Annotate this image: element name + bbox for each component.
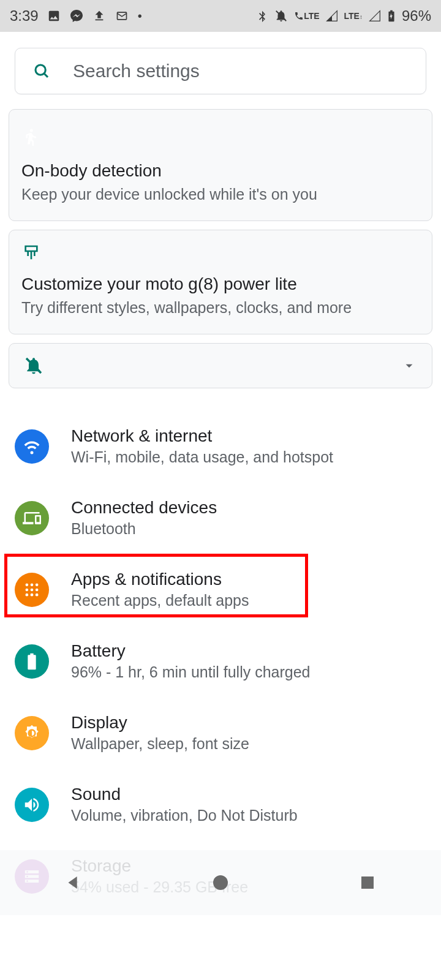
item-connected-devices[interactable]: Connected devices Bluetooth xyxy=(0,482,441,554)
nav-recents-button[interactable] xyxy=(355,870,380,895)
chevron-down-icon xyxy=(401,358,417,374)
volume-icon xyxy=(15,788,49,822)
item-subtitle: Wi-Fi, mobile, data usage, and hotspot xyxy=(71,448,333,466)
dot-icon: • xyxy=(138,9,142,23)
item-title: Connected devices xyxy=(71,498,217,518)
devices-icon xyxy=(15,501,49,535)
card-subtitle: Try different styles, wallpapers, clocks… xyxy=(21,299,420,317)
svg-point-14 xyxy=(36,593,39,596)
bluetooth-icon xyxy=(256,9,268,23)
svg-point-2 xyxy=(36,65,45,75)
svg-point-7 xyxy=(31,583,34,586)
signal1-icon xyxy=(326,10,338,22)
card-title: On-body detection xyxy=(21,161,420,181)
card-subtitle: Keep your device unlocked while it's on … xyxy=(21,186,420,203)
svg-point-12 xyxy=(26,593,29,596)
messenger-icon xyxy=(69,9,84,23)
search-placeholder: Search settings xyxy=(73,61,200,81)
item-title: Display xyxy=(71,713,249,733)
apps-icon xyxy=(15,573,49,607)
svg-point-21 xyxy=(213,875,228,890)
item-title: Sound xyxy=(71,785,298,804)
wifi-icon xyxy=(15,429,49,464)
battery-icon xyxy=(387,9,396,23)
item-sound[interactable]: Sound Volume, vibration, Do Not Disturb xyxy=(0,769,441,840)
battery-percent: 96% xyxy=(402,7,431,24)
paint-icon xyxy=(21,244,420,263)
item-display[interactable]: Display Wallpaper, sleep, font size xyxy=(0,697,441,769)
svg-line-3 xyxy=(44,74,48,77)
item-title: Apps & notifications xyxy=(71,570,249,589)
svg-point-9 xyxy=(26,588,29,591)
nav-back-button[interactable] xyxy=(61,870,86,895)
volte-icon: LTE xyxy=(294,11,319,21)
svg-point-10 xyxy=(31,588,34,591)
item-subtitle: Recent apps, default apps xyxy=(71,592,249,609)
item-subtitle: 96% - 1 hr, 6 min until fully charged xyxy=(71,663,310,681)
bell-off-icon xyxy=(24,356,43,375)
item-title: Battery xyxy=(71,641,310,661)
svg-rect-22 xyxy=(361,876,374,889)
item-subtitle: Wallpaper, sleep, font size xyxy=(71,735,249,753)
svg-point-11 xyxy=(36,588,39,591)
item-subtitle: Bluetooth xyxy=(71,520,217,538)
navigation-bar xyxy=(0,850,441,915)
item-title: Network & internet xyxy=(71,426,333,446)
upload-icon xyxy=(92,9,106,23)
status-time: 3:39 xyxy=(10,7,39,24)
walk-icon xyxy=(21,123,420,150)
card-smart-lock[interactable]: On-body detection Keep your device unloc… xyxy=(9,109,432,221)
item-network-internet[interactable]: Network & internet Wi-Fi, mobile, data u… xyxy=(0,410,441,482)
search-settings[interactable]: Search settings xyxy=(15,48,426,94)
lte-label: LTE↕ xyxy=(344,11,363,21)
image-icon xyxy=(47,9,61,23)
nav-home-button[interactable] xyxy=(208,870,233,895)
dnd-icon xyxy=(274,9,288,23)
card-title: Customize your moto g(8) power lite xyxy=(21,274,420,294)
item-battery[interactable]: Battery 96% - 1 hr, 6 min until fully ch… xyxy=(0,625,441,697)
svg-point-8 xyxy=(36,583,39,586)
svg-point-6 xyxy=(26,583,29,586)
svg-point-4 xyxy=(30,129,33,132)
brightness-icon xyxy=(15,716,49,750)
card-dnd-collapsed[interactable] xyxy=(9,343,432,388)
battery-icon xyxy=(15,644,49,679)
settings-list: Network & internet Wi-Fi, mobile, data u… xyxy=(0,410,441,915)
item-apps-notifications[interactable]: Apps & notifications Recent apps, defaul… xyxy=(0,554,441,625)
status-bar: 3:39 • LTE LTE↕ xyxy=(0,0,441,32)
card-customize[interactable]: Customize your moto g(8) power lite Try … xyxy=(9,230,432,334)
settings-screen: Search settings On-body detection Keep y… xyxy=(0,32,441,915)
svg-point-13 xyxy=(31,593,34,596)
signal2-icon xyxy=(369,10,381,22)
item-subtitle: Volume, vibration, Do Not Disturb xyxy=(71,807,298,824)
search-icon xyxy=(32,62,51,80)
gmail-icon xyxy=(115,10,129,22)
